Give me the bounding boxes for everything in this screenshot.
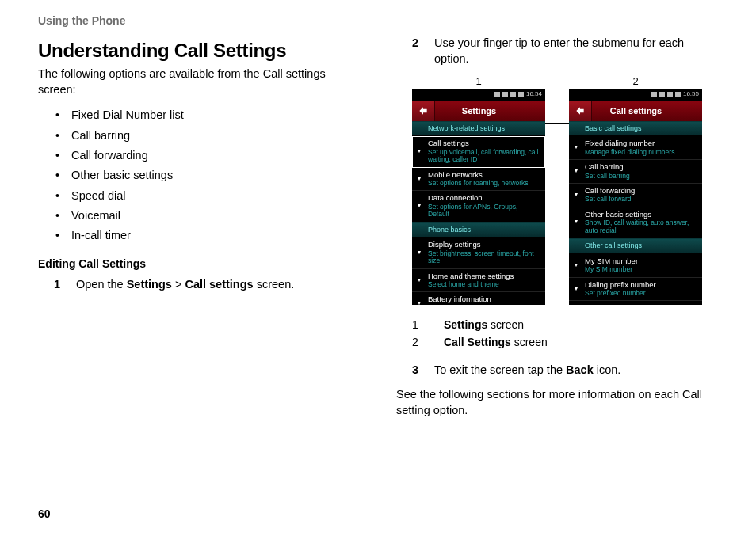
chevron-down-icon: ▾ — [415, 194, 423, 218]
section-header: Other call settings — [569, 238, 702, 254]
row-subtitle: Set call barring — [585, 173, 697, 180]
row-title: Call barring — [585, 163, 697, 171]
settings-row[interactable]: ▾Call forwardingSet call forward — [569, 184, 702, 207]
chevron-down-icon: ▾ — [415, 295, 423, 304]
chevron-down-icon: ▾ — [572, 139, 580, 156]
settings-row[interactable]: ▾Data connectionSet options for APNs, Gr… — [412, 191, 545, 222]
row-title: Other basic settings — [585, 211, 697, 219]
settings-row[interactable]: ▾Battery informationView battery informa… — [412, 292, 545, 304]
chevron-down-icon: ▾ — [572, 257, 580, 274]
bullet-item: Fixed Dial Number list — [71, 105, 360, 125]
figure-label-1: 1 — [475, 75, 481, 87]
row-title: My SIM number — [585, 257, 697, 265]
status-time: 16:55 — [683, 91, 699, 98]
page-number: 60 — [38, 507, 51, 520]
row-title: Data connection — [428, 194, 540, 202]
settings-row[interactable]: ▾Other basic settingsShow ID, call waiti… — [569, 207, 702, 238]
row-subtitle: Set up voicemail, call forwarding, call … — [428, 149, 540, 164]
settings-row[interactable]: ▾Call barringSet call barring — [569, 160, 702, 184]
row-title: Mobile networks — [428, 171, 540, 179]
status-icon — [494, 92, 500, 97]
settings-row[interactable]: ▾Fixed dialing numberManage fixed dialin… — [569, 136, 702, 160]
screenshots-figure: 1 16:54 Setting — [396, 75, 718, 305]
settings-row[interactable]: ▾Display settingsSet brightness, screen … — [412, 238, 545, 268]
chevron-down-icon: ▾ — [572, 211, 580, 234]
chevron-down-icon: ▾ — [415, 272, 423, 289]
status-icon — [510, 92, 516, 97]
status-bar: 16:54 — [412, 89, 545, 101]
bullet-item: Voicemail — [71, 206, 360, 226]
settings-row[interactable]: ▾Home and theme settingsSelect home and … — [412, 269, 545, 293]
screen-title: Call settings — [592, 106, 702, 116]
left-column: Understanding Call Settings The followin… — [38, 35, 360, 430]
title-bar: Settings — [412, 101, 545, 121]
row-subtitle: Select home and theme — [428, 281, 540, 288]
running-head: Using the Phone — [38, 14, 718, 27]
legend-row: 2 Call Settings screen — [412, 333, 718, 351]
phone-settings-screenshot: 16:54 Settings Network-related settings … — [412, 89, 545, 305]
row-title: Dialing prefix number — [585, 281, 697, 289]
legend-num: 1 — [412, 316, 422, 333]
settings-row[interactable]: ▾Dialing prefix numberSet prefixed numbe… — [569, 278, 702, 302]
bullet-item: Other basic settings — [71, 165, 360, 185]
row-subtitle: Manage fixed dialing numbers — [585, 149, 697, 156]
status-icon — [667, 92, 673, 97]
row-subtitle: My SIM number — [585, 266, 697, 273]
right-column: 2 Use your finger tip to enter the subme… — [396, 35, 718, 430]
section-header: Basic call settings — [569, 121, 702, 137]
legend-row: 1 Settings screen — [412, 316, 718, 333]
chevron-down-icon: ▾ — [415, 139, 423, 163]
chevron-down-icon: ▾ — [572, 187, 580, 203]
status-icon — [502, 92, 508, 97]
subheading: Editing Call Settings — [38, 257, 360, 270]
screen-title: Settings — [435, 106, 545, 116]
bullet-item: Call barring — [71, 126, 360, 146]
row-title: Home and theme settings — [428, 272, 540, 280]
figure-legend: 1 Settings screen 2 Call Settings screen — [396, 316, 718, 352]
status-icon — [518, 92, 524, 97]
options-list: Fixed Dial Number list Call barring Call… — [38, 105, 360, 246]
row-title: Fixed dialing number — [585, 139, 697, 147]
bullet-item: Speed dial — [71, 186, 360, 206]
status-time: 16:54 — [526, 91, 542, 98]
closing-text: See the following sections for more info… — [396, 386, 718, 419]
chevron-down-icon: ▾ — [572, 281, 580, 298]
row-subtitle: Set call forward — [585, 196, 697, 203]
status-bar: 16:55 — [569, 89, 702, 101]
chevron-down-icon: ▾ — [415, 241, 423, 264]
section-header: Phone basics — [412, 222, 545, 238]
intro-text: The following options are available from… — [38, 67, 360, 97]
chevron-down-icon: ▾ — [415, 171, 423, 188]
status-icon — [659, 92, 665, 97]
section-header: Network-related settings — [412, 121, 545, 137]
chevron-down-icon: ▾ — [572, 163, 580, 180]
legend-text: Settings screen — [444, 316, 524, 333]
back-icon[interactable] — [412, 101, 435, 121]
status-icon — [675, 92, 681, 97]
row-subtitle: Set options for APNs, Groups, Default — [428, 203, 540, 219]
step-number: 3 — [412, 362, 422, 378]
row-title: Call forwarding — [585, 187, 697, 195]
row-title: Call settings — [428, 139, 540, 147]
row-subtitle: Set brightness, screen timeout, font siz… — [428, 250, 540, 265]
status-icon — [651, 92, 657, 97]
step-1: 1 Open the Settings > Call settings scre… — [38, 276, 360, 292]
step-text: To exit the screen tap the Back icon. — [434, 362, 620, 378]
step-2: 2 Use your finger tip to enter the subme… — [396, 35, 718, 67]
row-subtitle: Set options for roaming, networks — [428, 180, 540, 187]
figure-label-2: 2 — [632, 75, 638, 87]
legend-text: Call Settings screen — [444, 333, 548, 351]
step-3: 3 To exit the screen tap the Back icon. — [396, 362, 718, 378]
settings-row[interactable]: ▾Mobile networksSet options for roaming,… — [412, 168, 545, 192]
settings-row[interactable]: ▾My SIM numberMy SIM number — [569, 254, 702, 278]
row-title: Display settings — [428, 241, 540, 249]
legend-num: 2 — [412, 333, 422, 351]
settings-row[interactable]: ▾Call settingsSet up voicemail, call for… — [412, 136, 545, 167]
back-icon[interactable] — [569, 101, 592, 121]
settings-row[interactable]: ▾Speed dialSpeed dial settings — [569, 301, 702, 304]
row-subtitle: Set prefixed number — [585, 290, 697, 297]
step-text: Use your finger tip to enter the submenu… — [434, 35, 718, 67]
phone-call-settings-screenshot: 16:55 Call settings Basic call settings … — [569, 89, 702, 305]
title-bar: Call settings — [569, 101, 702, 121]
row-title: Battery information — [428, 295, 540, 303]
